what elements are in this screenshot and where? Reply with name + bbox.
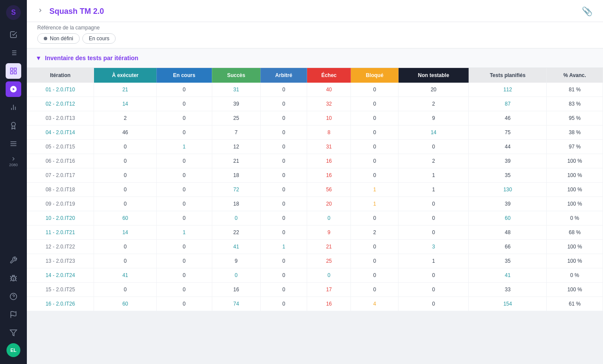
cell-aexecuter: 46 xyxy=(94,126,157,140)
sidebar-item-bug[interactable] xyxy=(6,271,21,286)
cell-succes: 21 xyxy=(212,154,260,168)
cell-succes: 18 xyxy=(212,168,260,183)
cell-avance: 100 % xyxy=(547,183,603,197)
cell-aexecuter[interactable]: 60 xyxy=(94,211,157,225)
collapse-icon[interactable]: ▼ xyxy=(36,55,42,61)
pill-non-defini[interactable]: Non défini xyxy=(37,33,80,44)
cell-iteration: 13 - 2.0.IT23 xyxy=(27,254,94,268)
cell-arbitre: 0 xyxy=(260,154,307,168)
iteration-table: Itération À exécuter En cours Succès Arb… xyxy=(27,68,603,311)
cell-arbitre[interactable]: 1 xyxy=(260,240,307,254)
pill-en-cours[interactable]: En cours xyxy=(82,33,116,44)
cell-echec: 17 xyxy=(307,283,351,297)
cell-echec[interactable]: 0 xyxy=(307,268,351,283)
cell-bloque: 0 xyxy=(351,126,399,140)
svg-marker-24 xyxy=(10,330,17,336)
cell-echec[interactable]: 0 xyxy=(307,211,351,225)
cell-encours: 0 xyxy=(156,211,212,225)
cell-nontestable: 9 xyxy=(399,111,469,126)
cell-bloque: 0 xyxy=(351,111,399,126)
cell-encours: 0 xyxy=(156,240,212,254)
sidebar-item-grid[interactable] xyxy=(6,63,21,79)
back-icon[interactable] xyxy=(37,7,43,15)
cell-iteration: 15 - 2.0.IT25 xyxy=(27,283,94,297)
cell-iteration[interactable]: 11 - 2.0.IT21 xyxy=(27,225,94,240)
sidebar-item-chart[interactable] xyxy=(6,100,21,115)
app-logo[interactable]: S xyxy=(5,4,22,21)
cell-aexecuter[interactable]: 14 xyxy=(94,97,157,111)
sidebar-item-play[interactable] xyxy=(6,81,21,97)
cell-planifies[interactable]: 130 xyxy=(469,183,547,197)
cell-avance: 100 % xyxy=(547,168,603,183)
sidebar-expand-button[interactable]: 2080 xyxy=(9,156,18,167)
cell-iteration[interactable]: 16 - 2.0.IT26 xyxy=(27,297,94,311)
cell-planifies: 46 xyxy=(469,111,547,126)
cell-succes[interactable]: 72 xyxy=(212,183,260,197)
th-arbitre: Arbitré xyxy=(260,68,307,83)
cell-iteration[interactable]: 02 - 2.0.IT12 xyxy=(27,97,94,111)
table-container[interactable]: Itération À exécuter En cours Succès Arb… xyxy=(27,68,603,311)
cell-bloque: 0 xyxy=(351,154,399,168)
cell-planifies[interactable]: 87 xyxy=(469,97,547,111)
sidebar-item-flag[interactable] xyxy=(6,307,21,322)
cell-arbitre: 0 xyxy=(260,254,307,268)
avatar[interactable]: EL xyxy=(6,343,20,357)
cell-echec: 56 xyxy=(307,183,351,197)
sidebar-item-list[interactable] xyxy=(6,45,21,61)
table-row: 16 - 2.0.IT26600740164015461 % xyxy=(27,297,603,311)
attachment-icon[interactable]: 📎 xyxy=(582,6,593,16)
cell-planifies[interactable]: 60 xyxy=(469,211,547,225)
cell-planifies[interactable]: 112 xyxy=(469,83,547,97)
sidebar-item-lines[interactable] xyxy=(6,136,21,151)
cell-nontestable[interactable]: 3 xyxy=(399,240,469,254)
cell-arbitre: 0 xyxy=(260,83,307,97)
cell-nontestable: 2 xyxy=(399,97,469,111)
cell-bloque: 1 xyxy=(351,183,399,197)
table-row: 03 - 2.0.IT132025010094695 % xyxy=(27,111,603,126)
cell-iteration[interactable]: 10 - 2.0.IT20 xyxy=(27,211,94,225)
cell-succes[interactable]: 74 xyxy=(212,297,260,311)
cell-aexecuter[interactable]: 41 xyxy=(94,268,157,283)
cell-aexecuter: 0 xyxy=(94,168,157,183)
cell-planifies[interactable]: 154 xyxy=(469,297,547,311)
cell-encours: 0 xyxy=(156,83,212,97)
cell-succes[interactable]: 0 xyxy=(212,211,260,225)
cell-encours: 0 xyxy=(156,154,212,168)
cell-bloque: 0 xyxy=(351,97,399,111)
cell-iteration[interactable]: 04 - 2.0.IT14 xyxy=(27,126,94,140)
table-row: 09 - 2.0.IT1900180201039100 % xyxy=(27,197,603,211)
cell-succes[interactable]: 41 xyxy=(212,240,260,254)
sidebar-item-filter[interactable] xyxy=(6,325,21,341)
cell-encours: 0 xyxy=(156,111,212,126)
cell-nontestable: 0 xyxy=(399,268,469,283)
cell-nontestable: 1 xyxy=(399,168,469,183)
cell-arbitre: 0 xyxy=(260,97,307,111)
cell-aexecuter[interactable]: 21 xyxy=(94,83,157,97)
cell-encours[interactable]: 1 xyxy=(156,140,212,154)
cell-iteration[interactable]: 14 - 2.0.IT24 xyxy=(27,268,94,283)
cell-nontestable[interactable]: 14 xyxy=(399,126,469,140)
cell-iteration[interactable]: 01 - 2.0.IT10 xyxy=(27,83,94,97)
cell-aexecuter[interactable]: 14 xyxy=(94,225,157,240)
cell-encours[interactable]: 1 xyxy=(156,225,212,240)
cell-echec: 16 xyxy=(307,168,351,183)
cell-iteration: 12 - 2.0.IT22 xyxy=(27,240,94,254)
cell-succes[interactable]: 0 xyxy=(212,268,260,283)
cell-planifies[interactable]: 41 xyxy=(469,268,547,283)
cell-succes[interactable]: 31 xyxy=(212,83,260,97)
cell-arbitre: 0 xyxy=(260,126,307,140)
sidebar-item-wrench[interactable] xyxy=(6,252,21,268)
cell-nontestable: 2 xyxy=(399,154,469,168)
cell-nontestable: 0 xyxy=(399,225,469,240)
cell-echec: 16 xyxy=(307,154,351,168)
table-row: 13 - 2.0.IT230090250135100 % xyxy=(27,254,603,268)
sidebar-item-help[interactable] xyxy=(6,289,21,304)
cell-arbitre: 0 xyxy=(260,197,307,211)
cell-aexecuter: 0 xyxy=(94,283,157,297)
sidebar-item-check[interactable] xyxy=(6,27,21,42)
cell-arbitre: 0 xyxy=(260,297,307,311)
cell-aexecuter[interactable]: 60 xyxy=(94,297,157,311)
sidebar-item-award[interactable] xyxy=(6,118,21,133)
cell-arbitre: 0 xyxy=(260,183,307,197)
th-nontestable: Non testable xyxy=(399,68,469,83)
